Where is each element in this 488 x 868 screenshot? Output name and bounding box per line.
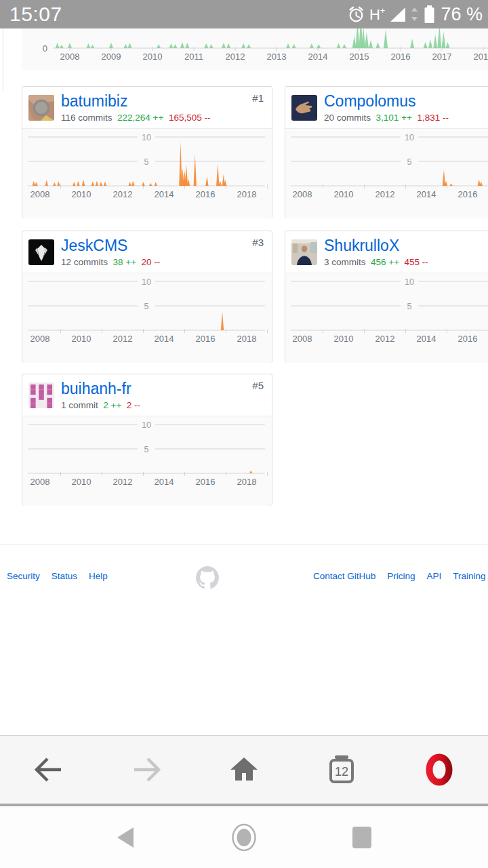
deletions-count: 2 -- (127, 400, 140, 410)
footer-link-api[interactable]: API (427, 571, 442, 581)
contributor-avatar[interactable] (291, 239, 317, 265)
footer-link-help[interactable]: Help (89, 571, 108, 581)
svg-text:2018: 2018 (237, 334, 257, 344)
browser-forward-button[interactable] (98, 736, 195, 804)
svg-text:2011: 2011 (184, 52, 203, 62)
footer-link-security[interactable]: Security (7, 571, 40, 581)
svg-text:2014: 2014 (155, 477, 174, 487)
contributor-card: ShukrulloX 3 commits 456 ++ 455 -- 10520… (285, 231, 488, 363)
svg-text:2018: 2018 (237, 477, 257, 487)
svg-text:2010: 2010 (72, 334, 92, 344)
home-icon (228, 753, 260, 786)
contributor-avatar[interactable] (28, 95, 54, 121)
svg-text:5: 5 (144, 445, 149, 454)
footer-divider (0, 545, 488, 545)
contributor-rank: #3 (252, 237, 264, 248)
contributor-stats: 1 commit 2 ++ 2 -- (61, 400, 140, 410)
additions-count: 3,101 ++ (376, 113, 412, 123)
battery-percent: 76 % (441, 5, 483, 24)
svg-text:2012: 2012 (226, 52, 245, 62)
svg-text:2010: 2010 (72, 189, 92, 199)
contributor-chart-svg: 105200820102012201420162018 (285, 129, 488, 218)
svg-text:2017: 2017 (432, 52, 452, 62)
android-back-button[interactable] (106, 806, 146, 868)
android-recents-button[interactable] (342, 806, 382, 868)
svg-text:10: 10 (142, 420, 151, 430)
contributor-name-link[interactable]: Compolomus (324, 92, 416, 111)
svg-text:10: 10 (142, 277, 151, 287)
battery-icon (422, 3, 436, 25)
scrolled-card-edge (3, 28, 3, 92)
browser-back-button[interactable] (0, 736, 98, 804)
svg-text:2016: 2016 (196, 477, 216, 487)
contributor-card: Compolomus 20 commits 3,101 ++ 1,831 -- … (285, 86, 488, 218)
contributor-name-link[interactable]: batumibiz (61, 92, 127, 111)
svg-text:2014: 2014 (417, 334, 436, 344)
contributor-card: buihanh-fr 1 commit 2 ++ 2 -- #5 1052008… (22, 374, 272, 506)
contributor-avatar[interactable] (291, 95, 317, 121)
contributor-chart: 105200820102012201420162018 (22, 128, 272, 218)
svg-text:2014: 2014 (155, 189, 174, 199)
avatar-hand-photo-icon (291, 95, 317, 121)
svg-text:2008: 2008 (30, 189, 50, 199)
footer-link-training[interactable]: Training (453, 571, 485, 581)
contributor-card-header: batumibiz 116 commits 222,264 ++ 165,505… (22, 87, 272, 128)
repo-activity-chart-svg: 0200820092010201120122013201420152016201… (22, 28, 488, 71)
svg-text:2010: 2010 (143, 52, 163, 62)
additions-count: 38 ++ (113, 257, 137, 267)
contributor-card-header: buihanh-fr 1 commit 2 ++ 2 -- #5 (22, 374, 272, 416)
svg-text:2012: 2012 (113, 334, 133, 344)
contributor-avatar[interactable] (28, 239, 54, 265)
svg-text:2012: 2012 (113, 477, 133, 487)
contributor-stats: 3 commits 456 ++ 455 -- (324, 257, 428, 267)
svg-text:2012: 2012 (375, 189, 395, 199)
footer-link-contact[interactable]: Contact GitHub (313, 571, 375, 581)
commit-count: 12 commits (61, 257, 108, 267)
contributor-name-link[interactable]: JeskCMS (61, 237, 127, 255)
contributor-chart-svg: 105200820102012201420162018 (22, 273, 272, 363)
browser-tabs-button[interactable]: 12 (293, 736, 390, 804)
back-arrow-icon (33, 753, 65, 786)
contributor-chart: 105200820102012201420162018 (285, 273, 488, 363)
android-nav-bar (0, 806, 488, 868)
svg-text:2016: 2016 (458, 189, 478, 199)
svg-text:2014: 2014 (308, 52, 328, 62)
contributor-name-link[interactable]: ShukrulloX (324, 237, 399, 255)
commit-count: 20 commits (324, 113, 371, 123)
footer-left-links: Security Status Help (7, 571, 108, 581)
svg-text:2016: 2016 (391, 52, 411, 62)
svg-text:2010: 2010 (334, 334, 354, 344)
alarm-clock-icon (347, 5, 365, 24)
commit-count: 116 commits (61, 113, 113, 123)
browser-home-button[interactable] (195, 736, 293, 804)
svg-text:2014: 2014 (155, 334, 174, 344)
svg-text:5: 5 (144, 302, 149, 311)
contributor-avatar[interactable] (28, 382, 54, 408)
android-status-bar: 15:07 H+ 76 % (0, 0, 488, 28)
contributor-chart-svg: 105200820102012201420162018 (22, 129, 272, 218)
network-type: H+ (369, 6, 385, 22)
status-time: 15:07 (9, 3, 62, 26)
svg-text:10: 10 (405, 133, 414, 142)
browser-toolbar: 12 (0, 735, 488, 804)
browser-menu-button[interactable] (390, 736, 488, 804)
additions-count: 456 ++ (371, 257, 399, 267)
android-home-icon (228, 822, 260, 853)
contributor-card-header: ShukrulloX 3 commits 456 ++ 455 -- (285, 231, 488, 273)
svg-text:2012: 2012 (113, 189, 133, 199)
svg-text:12: 12 (335, 765, 348, 778)
contributor-stats: 20 commits 3,101 ++ 1,831 -- (324, 113, 449, 123)
footer-link-status[interactable]: Status (52, 571, 77, 581)
deletions-count: 1,831 -- (417, 113, 449, 123)
svg-text:2010: 2010 (334, 189, 354, 199)
contributor-rank: #1 (252, 92, 264, 104)
svg-text:2015: 2015 (350, 52, 369, 62)
avatar-moth-logo-icon (28, 239, 54, 265)
forward-arrow-icon (130, 753, 163, 786)
contributor-name-link[interactable]: buihanh-fr (61, 380, 131, 398)
footer-link-pricing[interactable]: Pricing (387, 571, 415, 581)
svg-text:2013: 2013 (267, 52, 287, 62)
opera-logo-icon (423, 753, 455, 786)
android-home-button[interactable] (224, 806, 264, 868)
deletions-count: 20 -- (142, 257, 161, 267)
